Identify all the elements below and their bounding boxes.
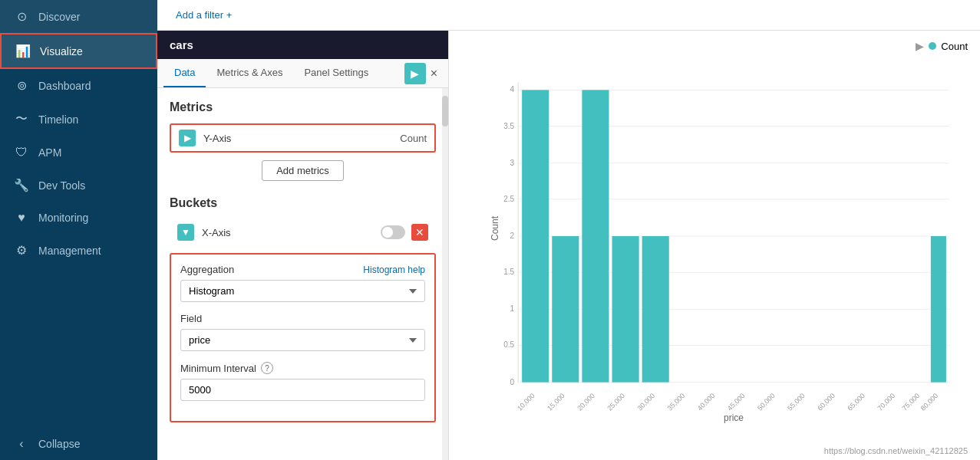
tab-bar: Data Metrics & Axes Panel Settings ▶ × bbox=[157, 59, 448, 88]
sidebar-item-label: Discover bbox=[38, 11, 80, 23]
tab-metrics-axes[interactable]: Metrics & Axes bbox=[206, 59, 293, 87]
left-panel: cars Data Metrics & Axes Panel Settings … bbox=[157, 31, 449, 460]
sidebar-item-apm[interactable]: 🛡 APM bbox=[0, 136, 157, 169]
svg-text:0.5: 0.5 bbox=[503, 340, 514, 349]
run-button[interactable]: ▶ bbox=[404, 63, 426, 84]
y-axis-row: ▶ Y-Axis Count bbox=[170, 123, 436, 153]
close-button[interactable]: × bbox=[426, 64, 442, 84]
field-select[interactable]: price horsepower mpg bbox=[180, 329, 425, 351]
aggregation-header: Aggregation Histogram help bbox=[180, 264, 425, 275]
svg-text:0: 0 bbox=[510, 378, 515, 386]
run-icon: ▶ bbox=[411, 67, 419, 80]
svg-text:70,000: 70,000 bbox=[876, 392, 897, 412]
aggregation-field-row: Aggregation Histogram help Histogram Dat… bbox=[180, 264, 425, 302]
add-filter-button[interactable]: Add a filter + bbox=[170, 6, 238, 24]
svg-text:3: 3 bbox=[510, 159, 515, 167]
sidebar-item-label: Dev Tools bbox=[38, 179, 85, 192]
x-axis-label-text: price bbox=[724, 412, 744, 423]
min-interval-row: Minimum Interval ? bbox=[180, 362, 425, 401]
scroll-thumb bbox=[442, 96, 448, 127]
timelion-icon: 〜 bbox=[14, 111, 29, 127]
chart-svg: Count 0 0.5 1 1.5 2 2.5 3 3.5 bbox=[487, 43, 965, 429]
sidebar-item-label: Management bbox=[38, 245, 101, 257]
tab-data[interactable]: Data bbox=[163, 59, 206, 87]
sidebar-item-label: Timelion bbox=[38, 113, 78, 126]
svg-text:55,000: 55,000 bbox=[786, 392, 807, 412]
bar-10000 bbox=[522, 90, 549, 382]
collapse-label: Collapse bbox=[38, 438, 80, 450]
min-interval-input[interactable] bbox=[180, 379, 425, 401]
url-bar: https://blog.csdn.net/weixin_42112825 bbox=[824, 446, 968, 455]
sidebar-item-devtools[interactable]: 🔧 Dev Tools bbox=[0, 169, 157, 202]
apm-icon: 🛡 bbox=[14, 146, 29, 159]
chart-legend: ▶ Count bbox=[916, 40, 968, 52]
svg-text:65,000: 65,000 bbox=[846, 392, 866, 412]
aggregation-section: Aggregation Histogram help Histogram Dat… bbox=[170, 253, 436, 422]
devtools-icon: 🔧 bbox=[14, 178, 29, 192]
topbar: Add a filter + bbox=[157, 0, 980, 31]
svg-text:75,000: 75,000 bbox=[901, 392, 922, 412]
sidebar-item-label: Dashboard bbox=[38, 80, 91, 92]
y-axis-expand-button[interactable]: ▶ bbox=[179, 130, 196, 146]
field-header: Field bbox=[180, 313, 425, 324]
aggregation-label: Aggregation bbox=[180, 264, 234, 275]
x-axis-expand-button[interactable]: ▼ bbox=[177, 224, 194, 241]
sidebar-item-dashboard[interactable]: ⊚ Dashboard bbox=[0, 69, 157, 102]
main-area: Add a filter + cars Data Metrics & Axes … bbox=[157, 0, 980, 460]
svg-text:20,000: 20,000 bbox=[576, 392, 596, 412]
sidebar-item-management[interactable]: ⚙ Management bbox=[0, 234, 157, 267]
sidebar-item-visualize[interactable]: 📊 Visualize bbox=[0, 33, 157, 69]
tab-panel-settings[interactable]: Panel Settings bbox=[293, 59, 379, 87]
svg-text:1.5: 1.5 bbox=[503, 268, 514, 276]
sidebar-item-monitoring[interactable]: ♥ Monitoring bbox=[0, 202, 157, 234]
sidebar: ⊙ Discover 📊 Visualize ⊚ Dashboard 〜 Tim… bbox=[0, 0, 157, 460]
metrics-title: Metrics bbox=[170, 100, 436, 114]
legend-label: Count bbox=[941, 41, 968, 52]
close-icon: × bbox=[431, 67, 437, 80]
help-icon: ? bbox=[261, 362, 273, 374]
y-axis-label-text: Count bbox=[490, 215, 500, 241]
y-axis-count: Count bbox=[400, 133, 427, 144]
bar-15000 bbox=[552, 236, 579, 383]
add-filter-label: Add a filter + bbox=[176, 9, 232, 21]
histogram-help-link[interactable]: Histogram help bbox=[363, 264, 425, 275]
svg-text:3.5: 3.5 bbox=[503, 122, 514, 130]
legend-dot bbox=[929, 42, 936, 50]
field-label: Field bbox=[180, 313, 202, 324]
x-axis-row: ▼ X-Axis ✕ ⋮ bbox=[170, 219, 436, 245]
bar-25000 bbox=[612, 236, 639, 383]
svg-text:45,000: 45,000 bbox=[726, 392, 747, 412]
svg-text:25,000: 25,000 bbox=[605, 392, 626, 412]
scrollbar[interactable] bbox=[442, 88, 448, 460]
chart-area: ▶ Count Count 0 0.5 1 1.5 2 bbox=[449, 31, 980, 460]
field-row: Field price horsepower mpg bbox=[180, 313, 425, 351]
bar-20000 bbox=[582, 90, 609, 382]
y-axis-label: Y-Axis bbox=[203, 133, 400, 144]
legend-expand-button[interactable]: ▶ bbox=[916, 40, 924, 52]
discover-icon: ⊙ bbox=[14, 9, 29, 24]
dashboard-icon: ⊚ bbox=[14, 78, 29, 93]
x-axis-toggle[interactable] bbox=[381, 225, 405, 239]
x-axis-delete-button[interactable]: ✕ bbox=[411, 224, 428, 241]
visualize-icon: 📊 bbox=[15, 44, 31, 58]
svg-text:1: 1 bbox=[510, 304, 515, 313]
monitoring-icon: ♥ bbox=[14, 211, 29, 225]
buckets-section: Buckets ▼ X-Axis ✕ ⋮ Aggr bbox=[170, 196, 436, 422]
svg-text:2: 2 bbox=[510, 232, 515, 240]
add-metrics-button[interactable]: Add metrics bbox=[262, 160, 344, 181]
svg-text:2.5: 2.5 bbox=[503, 195, 514, 203]
svg-text:50,000: 50,000 bbox=[756, 392, 777, 412]
svg-text:80,000: 80,000 bbox=[919, 392, 940, 412]
svg-text:30,000: 30,000 bbox=[636, 392, 657, 412]
sidebar-item-discover[interactable]: ⊙ Discover bbox=[0, 0, 157, 33]
sidebar-item-label: APM bbox=[38, 146, 61, 159]
content-area: cars Data Metrics & Axes Panel Settings … bbox=[157, 31, 980, 460]
x-axis-label: X-Axis bbox=[202, 227, 381, 238]
sidebar-item-collapse[interactable]: ‹ Collapse bbox=[0, 428, 157, 460]
svg-text:40,000: 40,000 bbox=[696, 392, 717, 412]
svg-text:10,000: 10,000 bbox=[516, 392, 536, 412]
bar-80000 bbox=[931, 236, 946, 383]
aggregation-select[interactable]: Histogram Date Histogram Range Terms bbox=[180, 280, 425, 302]
buckets-title: Buckets bbox=[170, 196, 436, 210]
sidebar-item-timelion[interactable]: 〜 Timelion bbox=[0, 102, 157, 136]
